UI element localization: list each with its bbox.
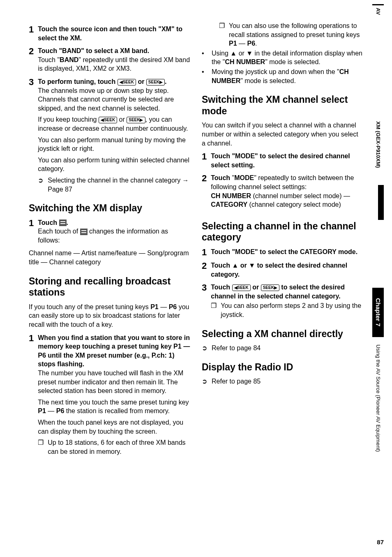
step-number: 1 [29,218,34,247]
text-fragment: (channel category select mode) [247,201,341,208]
note-icon: ❐ [219,21,226,48]
note-bullet: ❐ You can also use the following operati… [219,21,363,48]
side-tab-av: AV [372,4,384,33]
step-number: 2 [202,261,207,279]
step-number: 2 [202,173,207,211]
step-number: 1 [202,152,207,169]
text-fragment: Moving the joystick up and down when the… [212,68,339,75]
tab-label: Chapter 7 [375,298,382,326]
text-fragment: The next time you touch the same preset … [38,399,189,406]
bullet-icon: • [202,67,208,85]
list-bullet: • Using ▲ or ▼ in the detail information… [202,49,363,67]
inline-bold: CH NUMBER [225,58,265,65]
step-number: 1 [29,25,34,42]
section-heading: Switching the XM display [29,203,190,214]
step-lead: . [165,78,166,85]
side-tab-section: XM (GEX-P910XM) [372,185,384,220]
step-number: 3 [202,283,207,319]
inline-bold: P1 [150,303,159,310]
step-lead: Touch [38,219,59,226]
text-fragment: If you keep touching [38,116,99,123]
text-fragment: You can also perform steps 2 and 3 by us… [221,301,363,319]
body-text: You can also perform tuning within selec… [38,156,190,173]
step-lead: Touch ▲ or ▼ to select the desired chann… [211,262,347,278]
inline-bold: CATEGORY [211,201,247,208]
text-fragment: Each touch of [38,228,80,235]
step-3: 3 To perform tuning, touch ◀SEEK or SEEK… [29,77,190,194]
step-1: 1 Touch . Each touch of changes the info… [29,218,190,247]
note-bullet: ❐ Up to 18 stations, 6 for each of three… [38,438,190,456]
step-2: 2 Touch "BAND" to select a XM band. Touc… [29,46,190,73]
step-number: 1 [29,333,34,456]
body-text: CH NUMBER (channel number select mode) —… [211,192,363,209]
step-lead: Touch "MODE" to select the desired chann… [211,153,350,169]
tab-label: Using the AV Source (Pioneer AV Equipmen… [375,344,381,489]
section-heading: Switching the XM channel select mode [202,94,363,117]
inline-bold: P6 [247,40,255,47]
section-heading: Selecting a channel in the channel categ… [202,221,363,243]
step-2: 2 Touch "MODE" repeatedly to switch betw… [202,173,363,211]
step-lead: or [136,78,146,85]
seek-prev-icon: ◀SEEK [118,79,136,86]
body-text: The number you have touched will flash i… [38,369,190,395]
bullet-icon: • [202,49,208,67]
step-number: 3 [29,77,34,194]
crossref: ➲ Refer to page 84 [202,344,363,353]
body-text: If you touch any of the preset tuning ke… [29,303,190,329]
step-number: 2 [29,46,34,73]
text-fragment: . [255,40,257,47]
step-lead: . [67,219,68,226]
inline-bold: P1 [38,407,46,414]
text-fragment: Page 87 [48,186,72,193]
tab-label: XM (GEX-P910XM) [375,121,381,168]
inline-bold: P1 [229,40,237,47]
text-fragment: the station is recalled from memory. [64,407,170,414]
step-lead: When you find a station that you want to… [38,334,190,368]
display-icon [59,220,67,226]
text-fragment: Selecting the channel in the channel cat… [48,177,182,184]
body-text: The channels move up or down step by ste… [38,86,190,113]
text-fragment: If you touch any of the preset tuning ke… [29,303,150,310]
step-1: 1 Touch "MODE" to select the CATEGORY mo… [202,247,363,257]
text-fragment: You can also use the following operation… [229,22,360,38]
text-fragment: or [117,116,127,123]
body-text: Each touch of changes the information as… [38,227,190,245]
note-icon: ❐ [38,438,44,456]
text-fragment: Refer to page 84 [212,344,363,353]
text-fragment: Up to 18 stations, 6 for each of three X… [48,438,190,456]
crossref-icon: ➲ [202,377,208,386]
step-3: 3 Touch ◀SEEK or SEEK▶ to select the des… [202,283,363,319]
text-fragment: " mode is selected. [265,58,321,65]
seek-next-icon: SEEK▶ [261,284,279,291]
seek-next-icon: SEEK▶ [146,79,165,86]
body-text: Channel name — Artist name/feature — Son… [29,249,190,266]
step-2: 2 Touch ▲ or ▼ to select the desired cha… [202,261,363,279]
step-lead: Touch "MODE" to select the CATEGORY mode… [211,248,357,255]
body-text: The next time you touch the same preset … [38,398,190,416]
inline-bold: P6 [56,407,65,414]
seek-prev-icon: ◀SEEK [99,117,117,123]
right-column: ❐ You can also use the following operati… [202,21,363,458]
page-number: 87 [377,539,384,545]
crossref: ➲ Refer to page 85 [202,377,363,386]
crossref-icon: ➲ [202,344,208,353]
text-fragment: — [159,303,169,310]
display-icon [80,229,88,235]
seek-prev-icon: ◀SEEK [232,284,251,291]
note-bullet: ❐ You can also perform steps 2 and 3 by … [211,301,363,319]
inline-bold: CH NUMBER [211,192,251,199]
side-tab-using: Using the AV Source (Pioneer AV Equipmen… [372,341,384,489]
list-bullet: • Moving the joystick up and down when t… [202,67,363,85]
seek-next-icon: SEEK▶ [127,117,145,123]
body-text: You can switch if you select a channel w… [202,121,363,148]
section-heading: Display the Radio ID [202,362,363,373]
section-heading: Storing and recalling broadcast stations [29,276,190,298]
step-lead: Touch [211,284,232,291]
side-tab-chapter: Chapter 7 [372,288,384,337]
step-lead: or [251,284,261,291]
text-fragment: — [237,40,247,47]
step-lead: Touch the source icon and then touch "XM… [38,25,182,42]
inline-bold: MODE [234,174,254,181]
section-heading: Selecting a XM channel directly [202,328,363,340]
body-text: You can also perform manual tuning by mo… [38,136,190,153]
